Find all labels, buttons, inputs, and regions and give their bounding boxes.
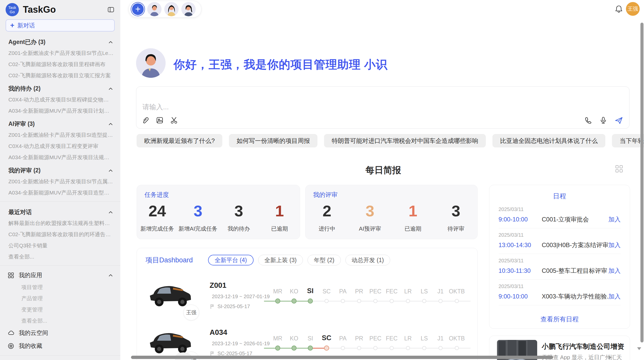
avatar-woman-dark[interactable] <box>181 2 196 16</box>
sidebar-conversation[interactable]: 解释最新出台的欧盟报废车法规再生塑料比例被调至15%... <box>0 218 120 229</box>
new-chat-button[interactable]: + 新对话 <box>6 19 115 32</box>
milestone-dot <box>438 299 443 303</box>
sidebar-collapse-icon[interactable] <box>107 5 115 14</box>
sidebar-conversation[interactable]: A034-全新新能源MUV产品开发项目造型可行性评审 <box>0 187 120 198</box>
cloud-icon <box>8 330 14 336</box>
stat-value: 3 <box>348 201 391 221</box>
apps-grid-icon <box>8 272 14 279</box>
phone-icon[interactable] <box>584 116 592 124</box>
join-link[interactable]: 加入 <box>608 215 621 223</box>
avatar-man[interactable] <box>147 2 162 16</box>
join-link[interactable]: 加入 <box>608 241 621 249</box>
bell-icon[interactable] <box>614 5 623 13</box>
sidebar-conversation[interactable]: Z001-全新燃油皮卡产品开发项目SI节点Lesson Learn报告 <box>0 48 120 59</box>
sidebar-item-ai-super-staff[interactable]: AI超级员工 <box>0 359 120 360</box>
mic-icon[interactable] <box>599 116 607 124</box>
milestone: KO <box>286 332 302 351</box>
divider <box>0 265 120 266</box>
sidebar-app-item[interactable]: 产品管理 <box>0 293 120 304</box>
sidebar-item-my-apps[interactable]: 我的应用 <box>0 269 120 282</box>
horizontal-scrollbar[interactable] <box>131 356 553 359</box>
project-dates: 2023-12-19 ~ 2026-01-19 <box>212 341 270 347</box>
milestone: PEC <box>367 332 384 351</box>
milestone-dot <box>291 298 297 304</box>
chat-input-placeholder: 请输入... <box>142 102 169 112</box>
section-header-recent[interactable]: 最近对话 <box>0 205 120 218</box>
milestone-label: SI <box>308 332 313 342</box>
dashboard-filters: 全新平台 (4)全新上装 (3)年型 (2)动总开发 (1) <box>208 255 390 265</box>
avatar-woman-long-hair[interactable] <box>164 2 179 16</box>
join-link[interactable]: 加入 <box>608 292 621 301</box>
sidebar-conversation[interactable]: 公司Q3轻卡销量 <box>0 240 120 251</box>
join-link[interactable]: 加入 <box>608 267 621 275</box>
dashboard-filter[interactable]: 全新上装 (3) <box>258 255 303 265</box>
ai-review-list: Z001-全新燃油轻卡产品开发项目SI造型提交物评审C0X4-动力总成开发项目工… <box>0 129 120 163</box>
sidebar-conversation[interactable]: A034-全新新能源MUV产品开发项目法规符合性评审 <box>0 152 120 163</box>
schedule-card: 日程 2025/03/11 9:00-10:00 C001-立项审批会 加入 2… <box>489 185 630 329</box>
project-row[interactable]: 王强 Z001 2023-12-19 ~ 2027-01-19 SI-2025-… <box>137 275 477 322</box>
sidebar-item-favorites[interactable]: 我的收藏 <box>0 339 120 352</box>
assistant-avatar <box>136 48 166 78</box>
sidebar-conversation[interactable]: Z001-全新燃油轻卡产品开发项目SI造型提交物评审 <box>0 129 120 141</box>
suggestion-chip[interactable]: 当下年轻人对汽车外观有怎样的喜好趋势 <box>612 134 644 147</box>
recent-see-all[interactable]: 查看全部... <box>0 251 120 262</box>
stat: 3 我的待办 <box>218 201 259 239</box>
truck-image <box>148 326 194 357</box>
agent-done-list: Z001-全新燃油皮卡产品开发项目SI节点Lesson Learn报告C02-飞… <box>0 48 120 81</box>
suggestion-chip[interactable]: 欧洲新规最近颁布了什么? <box>137 134 222 147</box>
sidebar-conversation[interactable]: Z001-全新燃油轻卡产品开发项目SI节点属性5D文件评审 <box>0 176 120 187</box>
milestone: LS <box>416 285 432 304</box>
chevron-up-icon <box>108 122 113 126</box>
milestone-dot <box>373 299 377 303</box>
milestone-label: PR <box>355 332 363 342</box>
sidebar-conversation[interactable]: C02-飞腾新能源轻客改款项目里程碑画布 <box>0 59 120 70</box>
suggestion-chip[interactable]: 如何写一份清晰的项目周报 <box>229 134 317 147</box>
sidebar-conversation[interactable]: C02-飞腾新能源轻客改款项目的闭环通告反馈情况 <box>0 229 120 240</box>
dashboard-filter[interactable]: 年型 (2) <box>308 255 341 265</box>
vertical-scrollbar[interactable] <box>640 23 643 342</box>
suggestion-chip[interactable]: 比亚迪全固态电池计划具体说了什么 <box>492 134 605 147</box>
milestone: OKTB <box>449 285 465 304</box>
milestone-dot <box>291 346 297 351</box>
see-all-schedule-link[interactable]: 查看所有日程 <box>489 315 630 323</box>
milestone-dot <box>275 298 280 304</box>
scroll-down-arrow-icon[interactable] <box>637 347 641 350</box>
sidebar-conversation[interactable]: C0X4-动力总成开发项目SI里程碑提交物检查 <box>0 94 120 105</box>
attach-icon[interactable] <box>141 116 150 124</box>
milestone-label: PA <box>339 285 347 295</box>
stat-value: 3 <box>178 201 218 221</box>
sidebar-conversation[interactable]: C0X4-动力总成开发项目工程变更评审 <box>0 141 120 152</box>
schedule-entry: 2025/03/11 10:30-11:30 C005-整车工程目标评审 加入 <box>499 254 621 280</box>
layout-grid-icon[interactable] <box>616 165 623 173</box>
user-avatar[interactable]: 王强 <box>626 2 640 16</box>
send-icon[interactable] <box>614 116 623 124</box>
scroll-right-arrow-icon[interactable] <box>609 356 612 359</box>
milestone: PEC <box>367 285 384 304</box>
schedule-date: 2025/03/11 <box>499 206 621 212</box>
chat-input-box[interactable]: 请输入... <box>136 86 630 129</box>
schedule-date: 2025/03/11 <box>499 258 621 264</box>
sidebar-item-cloud-space[interactable]: 我的云空间 <box>0 326 120 339</box>
suggestion-chip[interactable]: 特朗普可能对进口汽车增税会对中国车企造成哪些影响 <box>324 134 486 147</box>
sidebar: Task Go TaskGo + 新对话 Agent已办 (3) Z001-全新… <box>0 0 120 360</box>
chevron-up-icon <box>108 211 113 214</box>
cut-icon[interactable] <box>170 116 178 124</box>
milestone-dot <box>455 346 459 350</box>
dashboard-filter[interactable]: 动总开发 (1) <box>345 255 390 265</box>
section-header-ai-review[interactable]: AI评审 (3) <box>0 116 120 129</box>
image-icon[interactable] <box>156 116 164 124</box>
sidebar-conversation[interactable]: C02-飞腾新能源轻客改款项目立项汇报方案 <box>0 70 120 81</box>
add-conversation-button[interactable]: + <box>131 3 144 16</box>
project-flag: SI-2025-05-17 <box>217 304 250 309</box>
dashboard-filter[interactable]: 全新平台 (4) <box>208 255 254 265</box>
dashboard-title: 项目Dashboard <box>145 256 193 265</box>
section-header-my-review[interactable]: 我的评审 (2) <box>0 163 120 176</box>
section-header-my-todo[interactable]: 我的待办 (2) <box>0 81 120 94</box>
milestone-label: LR <box>404 285 412 295</box>
sidebar-app-item[interactable]: 变更管理 <box>0 304 120 315</box>
sidebar-conversation[interactable]: A034-全新新能源MUV产品开发项目计划变更表编写 <box>0 105 120 116</box>
sidebar-app-item[interactable]: 查看全部... <box>0 315 120 326</box>
section-header-agent-done[interactable]: Agent已办 (3) <box>0 35 120 48</box>
schedule-date: 2025/03/11 <box>499 232 621 238</box>
sidebar-app-item[interactable]: 项目管理 <box>0 282 120 293</box>
